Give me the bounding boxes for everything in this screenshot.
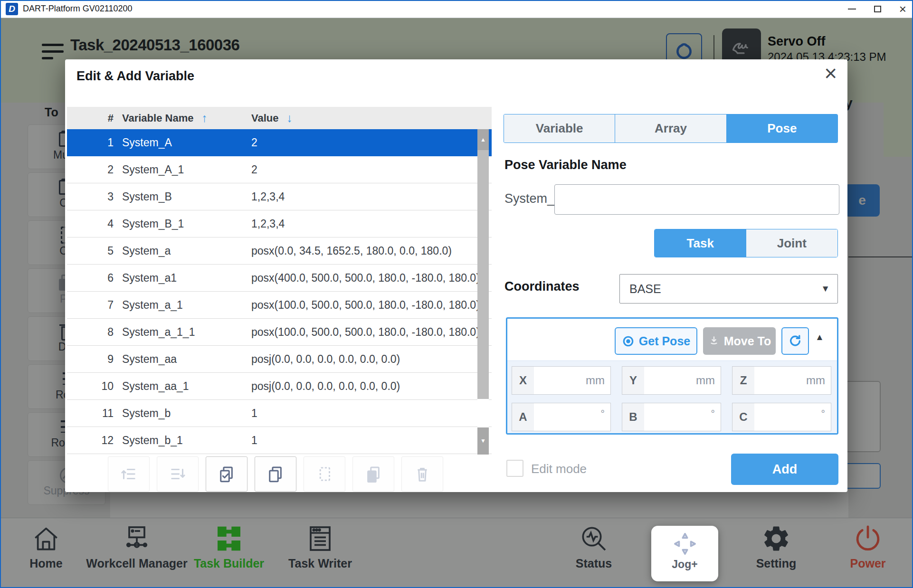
delete-button[interactable]: [401, 456, 443, 492]
duplicate-button[interactable]: [255, 456, 296, 492]
row-variable-name: System_aa_1: [122, 373, 189, 399]
insert-below-icon: [168, 464, 188, 484]
table-row[interactable]: 4 System_B_1 1,2,3,4: [67, 210, 492, 237]
move-to-button[interactable]: Move To: [703, 327, 776, 355]
table-row[interactable]: 9 System_aa posj(0.0, 0.0, 0.0, 0.0, 0.0…: [67, 346, 492, 373]
coordinate-label: Y: [622, 367, 644, 394]
coordinate-unit: °: [711, 403, 721, 419]
table-row[interactable]: 1 System_A 2: [67, 129, 492, 156]
pose-variable-name-input[interactable]: [554, 184, 839, 215]
coordinate-unit: mm: [806, 374, 831, 387]
add-button[interactable]: Add: [731, 454, 838, 485]
row-number: 2: [86, 156, 114, 183]
pose-variable-name-heading: Pose Variable Name: [504, 158, 627, 172]
row-variable-name: System_B: [122, 183, 172, 210]
row-value: posx(100.0, 500.0, 500.0, 180.0, -180.0,…: [251, 292, 480, 318]
row-variable-name: System_A_1: [122, 156, 184, 183]
pose-coordinate-field[interactable]: Y mm: [622, 366, 721, 395]
row-number: 6: [86, 265, 114, 291]
maximize-icon[interactable]: [874, 6, 881, 12]
row-number: 10: [86, 373, 114, 399]
scroll-up-icon[interactable]: ▲: [477, 129, 489, 150]
variable-type-tabs: Variable Array Pose: [504, 114, 838, 143]
coordinate-label: Z: [732, 367, 754, 394]
tab-joint[interactable]: Joint: [746, 229, 838, 257]
column-number: #: [95, 107, 114, 129]
edit-add-variable-dialog: Edit & Add Variable × # Variable Name ↑ …: [65, 59, 847, 492]
row-number: 8: [86, 319, 114, 345]
edit-mode-checkbox[interactable]: [506, 460, 523, 477]
row-value: posx(100.0, 500.0, 500.0, 180.0, -180.0,…: [251, 319, 480, 345]
table-row[interactable]: 5 System_a posx(0.0, 34.5, 1652.5, 180.0…: [67, 237, 492, 265]
refresh-icon: [788, 333, 803, 349]
minimize-icon[interactable]: [848, 9, 856, 9]
close-window-icon[interactable]: ×: [899, 4, 906, 14]
tab-array[interactable]: Array: [615, 114, 726, 142]
row-number: 7: [86, 292, 114, 318]
row-value: 1,2,3,4: [251, 210, 285, 237]
row-variable-name: System_b: [122, 400, 171, 427]
tab-variable[interactable]: Variable: [504, 114, 615, 142]
window-title: DART-Platform GV02110200: [23, 4, 132, 14]
paste-outline-button[interactable]: [304, 456, 345, 492]
coordinates-value: BASE: [629, 275, 661, 303]
sort-ascending-icon[interactable]: ↑: [201, 107, 208, 129]
get-pose-button[interactable]: Get Pose: [615, 327, 697, 355]
table-row[interactable]: 10 System_aa_1 posj(0.0, 0.0, 0.0, 0.0, …: [67, 373, 492, 400]
row-value: posj(0.0, 0.0, 0.0, 0.0, 0.0, 0.0): [251, 373, 400, 399]
duplicate-icon: [266, 464, 285, 484]
pose-coordinate-field[interactable]: Z mm: [732, 366, 831, 395]
column-variable-name[interactable]: Variable Name: [122, 107, 193, 129]
pose-coordinate-field[interactable]: X mm: [512, 366, 611, 395]
sort-descending-icon[interactable]: ↓: [286, 107, 293, 129]
row-variable-name: System_B_1: [122, 210, 184, 237]
tab-pose[interactable]: Pose: [726, 114, 837, 142]
row-value: 1: [251, 427, 257, 454]
insert-above-icon: [119, 464, 139, 484]
row-value: posx(400.0, 500.0, 500.0, 180.0, -180.0,…: [251, 265, 480, 291]
pose-space-tabs: Task Joint: [654, 229, 838, 257]
insert-above-button[interactable]: [108, 456, 150, 492]
nav-jog[interactable]: Jog+: [651, 526, 718, 581]
tab-task[interactable]: Task: [655, 229, 746, 257]
variable-name-prefix: System_: [504, 191, 554, 206]
copy-checked-button[interactable]: [206, 456, 247, 492]
insert-below-button[interactable]: [157, 456, 199, 492]
table-row[interactable]: 3 System_B 1,2,3,4: [67, 183, 492, 210]
table-row[interactable]: 8 System_a_1_1 posx(100.0, 500.0, 500.0,…: [67, 319, 492, 346]
row-value: 2: [251, 129, 257, 156]
dialog-title: Edit & Add Variable: [76, 69, 194, 84]
table-row[interactable]: 7 System_a_1 posx(100.0, 500.0, 500.0, 1…: [67, 292, 492, 319]
coordinates-label: Coordinates: [504, 279, 580, 294]
variable-table-header: # Variable Name ↑ Value ↓: [67, 107, 492, 129]
table-row[interactable]: 12 System_b_1 1: [67, 427, 492, 454]
scroll-down-icon[interactable]: ▼: [477, 427, 489, 455]
pose-coordinate-field[interactable]: B °: [622, 403, 721, 431]
pose-coordinate-field[interactable]: C °: [732, 403, 831, 431]
chevron-down-icon: ▼: [821, 275, 830, 303]
table-row[interactable]: 2 System_A_1 2: [67, 156, 492, 183]
table-row[interactable]: 11 System_b 1: [67, 400, 492, 427]
column-value[interactable]: Value: [251, 107, 278, 129]
pose-coordinate-field[interactable]: A °: [512, 403, 611, 431]
refresh-pose-button[interactable]: [781, 327, 809, 355]
copy-checked-icon: [217, 464, 237, 484]
delete-icon: [412, 464, 432, 484]
coordinate-unit: mm: [696, 374, 721, 387]
table-row[interactable]: 6 System_a1 posx(400.0, 500.0, 500.0, 18…: [67, 265, 492, 292]
coordinate-unit: °: [821, 403, 831, 419]
row-number: 12: [86, 427, 114, 454]
row-variable-name: System_a: [122, 237, 171, 264]
row-variable-name: System_aa: [122, 346, 177, 372]
row-number: 9: [86, 346, 114, 372]
close-dialog-icon[interactable]: ×: [824, 61, 837, 85]
table-scrollbar[interactable]: ▲ ▼: [477, 129, 489, 455]
coordinate-label: A: [512, 403, 534, 431]
get-pose-radio-icon: [622, 335, 635, 348]
row-variable-name: System_a1: [122, 265, 177, 291]
paste-filled-button[interactable]: [352, 456, 394, 492]
scrollbar-thumb[interactable]: [477, 150, 489, 399]
collapse-panel-icon[interactable]: ▲: [815, 332, 824, 342]
coordinates-dropdown[interactable]: BASE ▼: [619, 274, 838, 303]
paste-filled-icon: [363, 464, 383, 484]
